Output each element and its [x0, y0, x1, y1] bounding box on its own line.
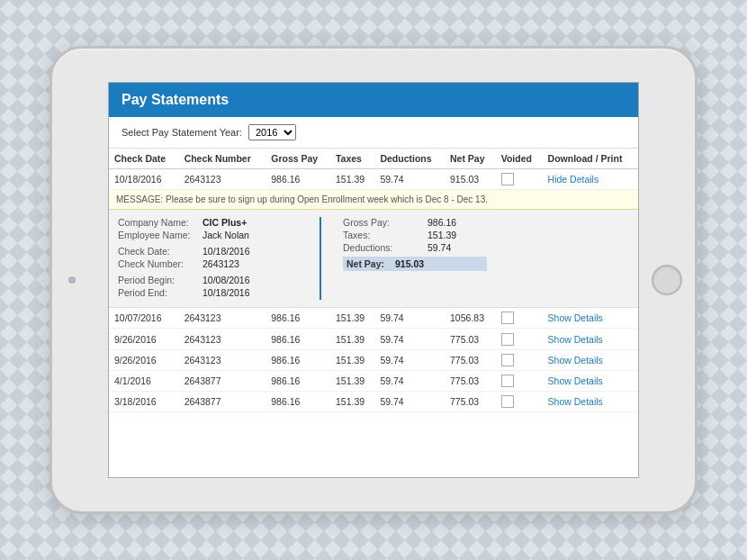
cell-taxes: 151.39	[330, 329, 374, 349]
tablet-camera-dot	[68, 276, 76, 284]
show-details-link[interactable]: Show Details	[548, 312, 603, 323]
cell-net-pay: 775.03	[445, 392, 496, 412]
table-row: 10/18/2016 2643123 986.16 151.39 59.74 9…	[109, 169, 638, 190]
taxes-detail-value: 151.39	[428, 230, 456, 240]
year-selector-dropdown[interactable]: 2016 2015 2014 2017	[248, 124, 296, 140]
hide-details-link[interactable]: Hide Details	[548, 174, 599, 185]
period-begin-row: Period Begin: 10/08/2016	[118, 275, 298, 285]
net-pay-detail-value: 915.03	[395, 258, 424, 269]
voided-checkbox[interactable]	[501, 375, 514, 387]
col-gross-pay: Gross Pay	[266, 149, 330, 169]
vertical-divider	[320, 217, 321, 300]
cell-check-number: 2643877	[179, 370, 266, 391]
col-download-print: Download / Print	[543, 149, 638, 169]
detail-right: Gross Pay: 986.16 Taxes: 151.39 Deductio…	[343, 217, 487, 300]
cell-gross-pay: 986.16	[266, 370, 330, 391]
message-cell: MESSAGE: Please be sure to sign up durin…	[109, 190, 638, 210]
show-details-link[interactable]: Show Details	[548, 334, 603, 345]
voided-checkbox[interactable]	[501, 173, 514, 185]
deductions-detail-row: Deductions: 59.74	[343, 242, 487, 253]
cell-check-date: 9/26/2016	[109, 349, 179, 370]
employee-name-value: Jack Nolan	[202, 230, 249, 240]
deductions-detail-value: 59.74	[428, 242, 451, 253]
cell-check-date: 10/07/2016	[109, 308, 179, 329]
cell-check-date: 4/1/2016	[109, 370, 179, 391]
cell-net-pay: 915.03	[445, 169, 496, 190]
page-title: Pay Statements	[122, 92, 229, 107]
screen-content: Select Pay Statement Year: 2016 2015 201…	[109, 117, 638, 477]
cell-net-pay: 775.03	[445, 329, 496, 349]
period-begin-value: 10/08/2016	[202, 275, 250, 285]
cell-gross-pay: 986.16	[266, 169, 330, 190]
col-net-pay: Net Pay	[445, 149, 496, 169]
cell-gross-pay: 986.16	[266, 308, 330, 329]
cell-deductions: 59.74	[374, 349, 445, 370]
voided-checkbox[interactable]	[501, 333, 514, 346]
cell-taxes: 151.39	[330, 169, 374, 190]
company-name-label: Company Name:	[118, 217, 199, 228]
pay-statements-table: Check Date Check Number Gross Pay Taxes …	[109, 149, 638, 412]
cell-action: Show Details	[543, 329, 638, 349]
voided-checkbox[interactable]	[501, 395, 514, 408]
period-end-label: Period End:	[118, 287, 199, 298]
detail-cell: Company Name: CIC Plus+ Employee Name: J…	[109, 210, 638, 309]
cell-gross-pay: 986.16	[266, 349, 330, 370]
taxes-detail-row: Taxes: 151.39	[343, 230, 487, 240]
cell-check-date: 9/26/2016	[109, 329, 179, 349]
show-details-link[interactable]: Show Details	[548, 355, 603, 366]
company-name-row: Company Name: CIC Plus+	[118, 217, 298, 228]
show-details-link[interactable]: Show Details	[548, 396, 603, 407]
voided-checkbox[interactable]	[501, 354, 514, 366]
year-selector-label: Select Pay Statement Year:	[122, 127, 242, 138]
cell-check-number: 2643123	[179, 349, 266, 370]
period-end-row: Period End: 10/18/2016	[118, 287, 298, 298]
cell-voided	[496, 329, 543, 349]
check-date-label: Check Date:	[118, 246, 199, 257]
net-pay-detail-row: Net Pay: 915.03	[343, 257, 487, 271]
cell-check-number: 2643123	[179, 169, 266, 190]
detail-box: Company Name: CIC Plus+ Employee Name: J…	[109, 210, 638, 308]
cell-check-number: 2643123	[179, 329, 266, 349]
cell-deductions: 59.74	[374, 392, 445, 412]
detail-left: Company Name: CIC Plus+ Employee Name: J…	[118, 217, 298, 300]
cell-check-number: 2643877	[179, 392, 266, 412]
col-check-date: Check Date	[109, 149, 179, 169]
show-details-link[interactable]: Show Details	[548, 375, 603, 386]
cell-taxes: 151.39	[330, 392, 374, 412]
period-end-value: 10/18/2016	[202, 287, 250, 298]
tablet-shell: Pay Statements Select Pay Statement Year…	[50, 46, 698, 514]
tablet-home-button[interactable]	[652, 265, 682, 295]
cell-gross-pay: 986.16	[266, 392, 330, 412]
company-name-value: CIC Plus+	[202, 217, 247, 228]
voided-checkbox[interactable]	[501, 312, 514, 324]
cell-deductions: 59.74	[374, 308, 445, 329]
table-header-row: Check Date Check Number Gross Pay Taxes …	[109, 149, 638, 169]
cell-action: Show Details	[543, 308, 638, 329]
tablet-screen: Pay Statements Select Pay Statement Year…	[108, 82, 639, 478]
cell-deductions: 59.74	[374, 169, 445, 190]
cell-net-pay: 1056.83	[445, 308, 496, 329]
cell-check-number: 2643123	[179, 308, 266, 329]
check-number-label: Check Number:	[118, 258, 199, 269]
cell-taxes: 151.39	[330, 349, 374, 370]
cell-voided	[496, 370, 543, 391]
check-number-value: 2643123	[202, 258, 239, 269]
detail-expand-row: Company Name: CIC Plus+ Employee Name: J…	[109, 210, 638, 309]
year-selector-row: Select Pay Statement Year: 2016 2015 201…	[109, 117, 638, 149]
cell-taxes: 151.39	[330, 308, 374, 329]
cell-deductions: 59.74	[374, 370, 445, 391]
page-header: Pay Statements	[109, 83, 638, 117]
cell-action: Show Details	[543, 392, 638, 412]
table-row: 4/1/2016 2643877 986.16 151.39 59.74 775…	[109, 370, 638, 391]
cell-action: Hide Details	[543, 169, 638, 190]
check-date-row: Check Date: 10/18/2016	[118, 246, 298, 257]
cell-net-pay: 775.03	[445, 349, 496, 370]
cell-gross-pay: 986.16	[266, 329, 330, 349]
cell-voided	[496, 308, 543, 329]
deductions-detail-label: Deductions:	[343, 242, 424, 253]
gross-pay-detail-row: Gross Pay: 986.16	[343, 217, 487, 228]
cell-deductions: 59.74	[374, 329, 445, 349]
check-date-value: 10/18/2016	[202, 246, 250, 257]
col-deductions: Deductions	[374, 149, 445, 169]
cell-action: Show Details	[543, 370, 638, 391]
